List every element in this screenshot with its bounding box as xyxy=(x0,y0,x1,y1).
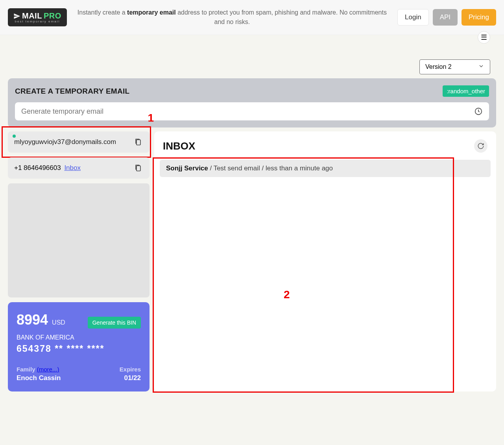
logo-main: MAILPRO xyxy=(13,11,61,20)
phone-value-wrap: +1 8646496603 Inbox xyxy=(14,164,81,172)
logo-text-pro: PRO xyxy=(44,11,61,20)
paper-plane-icon xyxy=(13,13,20,20)
temp-email-box: mlyoyguwviojv37@donymails.com xyxy=(8,131,150,153)
version-selected: Version 2 xyxy=(425,63,452,70)
temp-email-value: mlyoyguwviojv37@donymails.com xyxy=(14,138,116,146)
temp-phone-value: +1 8646496603 xyxy=(14,164,61,172)
logo[interactable]: MAILPRO best temporary email xyxy=(8,8,67,26)
header-controls: Login API Pricing xyxy=(397,9,496,26)
tagline: Instantly create a temporary email addre… xyxy=(75,8,390,27)
page-header: MAILPRO best temporary email Instantly c… xyxy=(0,0,504,35)
phone-inbox-link[interactable]: Inbox xyxy=(64,164,81,172)
bin-top: 8994 USD Generate this BIN xyxy=(17,312,141,329)
version-select[interactable]: Version 2 xyxy=(419,59,490,74)
copy-phone-button[interactable] xyxy=(133,163,143,173)
bin-card-number: 654378 ** **** **** xyxy=(17,343,141,354)
hamburger-wrap: ☰ xyxy=(0,31,504,44)
bin-bank: BANK OF AMERICA xyxy=(17,334,141,341)
status-dot-icon xyxy=(13,135,16,138)
msg-from: Sonjj Service xyxy=(166,164,208,172)
random-other-button[interactable]: :random_other xyxy=(443,85,489,97)
bin-card: 8994 USD Generate this BIN BANK OF AMERI… xyxy=(8,302,150,391)
bin-number: 8994 xyxy=(17,312,48,328)
bin-num-wrap: 8994 USD xyxy=(17,312,65,328)
logo-text-mail: MAIL xyxy=(22,11,42,20)
annotation-label-2: 2 xyxy=(284,288,290,301)
generate-email-input[interactable] xyxy=(21,107,474,116)
bin-expires-col: Expires 01/22 xyxy=(120,366,141,382)
refresh-button[interactable] xyxy=(474,139,487,153)
create-panel: CREATE A TEMPORARY EMAIL :random_other xyxy=(8,78,496,127)
pricing-button[interactable]: Pricing xyxy=(462,9,496,26)
msg-sep1: / xyxy=(210,164,214,172)
annotation-box-2: 2 xyxy=(153,157,454,393)
ad-space xyxy=(8,183,150,297)
bin-family-label: Family xyxy=(17,366,35,373)
tagline-post: address to protect you from spam, phishi… xyxy=(176,9,387,25)
left-column: 1 mlyoyguwviojv37@donymails.com +1 86464… xyxy=(8,131,150,391)
msg-subject: Test send email xyxy=(214,164,260,172)
msg-sep2: / xyxy=(262,164,266,172)
copy-email-button[interactable] xyxy=(133,137,143,147)
login-button[interactable]: Login xyxy=(397,9,429,26)
api-button[interactable]: API xyxy=(433,9,458,26)
menu-icon[interactable]: ☰ xyxy=(478,31,490,44)
logo-sub: best temporary email xyxy=(15,20,60,23)
svg-rect-2 xyxy=(137,166,140,171)
create-input-wrap xyxy=(15,102,489,120)
chevron-down-icon xyxy=(478,63,484,71)
inbox-panel: 2 INBOX Sonjj Service / Test send email … xyxy=(154,131,496,391)
bin-expires-value: 01/22 xyxy=(120,374,141,382)
temp-phone-box: +1 8646496603 Inbox xyxy=(8,157,150,179)
msg-time: less than a minute ago xyxy=(266,164,333,172)
clock-icon[interactable] xyxy=(474,107,483,116)
create-header: CREATE A TEMPORARY EMAIL :random_other xyxy=(15,85,489,97)
bin-expires-label: Expires xyxy=(120,366,141,373)
inbox-message-row[interactable]: Sonjj Service / Test send email / less t… xyxy=(160,160,491,177)
create-title: CREATE A TEMPORARY EMAIL xyxy=(15,87,130,96)
main-grid: 1 mlyoyguwviojv37@donymails.com +1 86464… xyxy=(0,131,504,391)
bin-footer: Family (more...) Enoch Cassin Expires 01… xyxy=(17,366,141,382)
tagline-bold: temporary email xyxy=(127,9,176,16)
bin-currency: USD xyxy=(52,319,65,326)
svg-rect-1 xyxy=(137,140,140,145)
inbox-title: INBOX xyxy=(163,140,195,152)
version-wrap: Version 2 xyxy=(0,44,504,78)
inbox-header: INBOX xyxy=(160,135,491,160)
bin-family-name: Enoch Cassin xyxy=(17,374,61,382)
generate-bin-button[interactable]: Generate this BIN xyxy=(88,317,141,329)
tagline-pre: Instantly create a xyxy=(78,9,127,16)
bin-more-link[interactable]: (more...) xyxy=(37,366,59,373)
bin-family-col: Family (more...) Enoch Cassin xyxy=(17,366,61,382)
